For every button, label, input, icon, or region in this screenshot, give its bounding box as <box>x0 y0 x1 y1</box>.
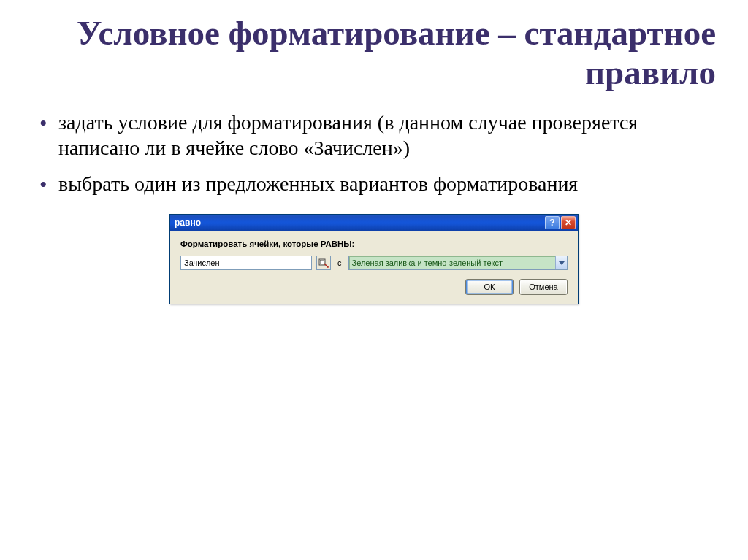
dialog-equals: равно ? ✕ Форматировать ячейки, которые … <box>169 214 579 304</box>
chevron-down-icon <box>555 256 567 269</box>
value-input[interactable]: Зачислен <box>180 256 312 270</box>
range-picker-button[interactable] <box>316 256 331 270</box>
dialog-titlebar: равно ? ✕ <box>170 215 578 231</box>
help-button[interactable]: ? <box>545 216 560 229</box>
range-picker-icon <box>318 258 329 268</box>
ok-button[interactable]: ОК <box>465 279 514 295</box>
bullet-item: выбрать один из предложенных вариантов ф… <box>38 171 716 196</box>
cancel-button[interactable]: Отмена <box>519 279 568 295</box>
dialog-prompt: Форматировать ячейки, которые РАВНЫ: <box>180 239 568 248</box>
dialog-body: Форматировать ячейки, которые РАВНЫ: Зач… <box>170 231 578 304</box>
svg-rect-1 <box>321 261 324 264</box>
format-dropdown[interactable]: Зеленая заливка и темно-зеленый текст <box>348 256 568 270</box>
format-dropdown-value: Зеленая заливка и темно-зеленый текст <box>349 258 556 267</box>
close-button[interactable]: ✕ <box>561 216 576 229</box>
slide-title: Условное форматирование – стандартное пр… <box>32 13 716 92</box>
with-label: с <box>335 258 344 267</box>
bullet-item: задать условие для форматирования (в дан… <box>38 110 716 161</box>
dialog-title: равно <box>175 218 543 228</box>
